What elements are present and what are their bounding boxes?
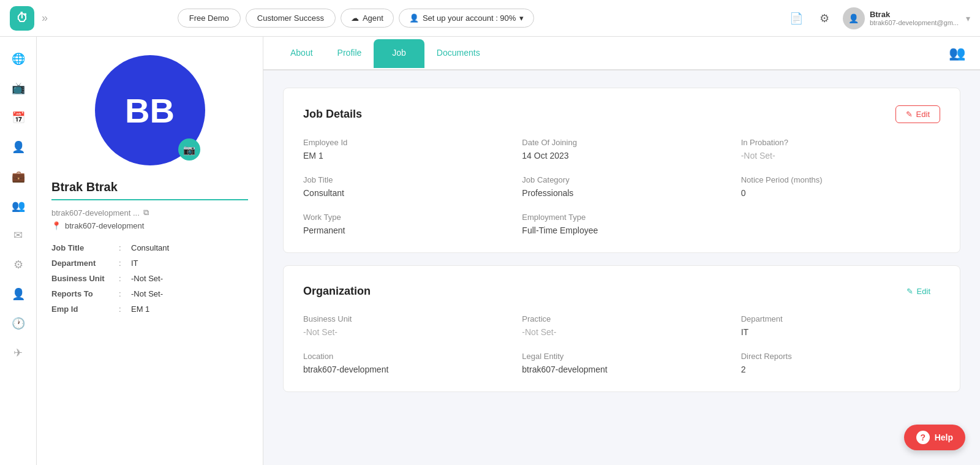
job-field-group: In Probation? -Not Set- (741, 138, 940, 161)
navbar-right: 📄 ⚙ 👤 Btrak btrak607-development@gm... ▾ (786, 7, 970, 29)
help-circle-icon: ? (916, 431, 930, 444)
agent-button[interactable]: ☁ Agent (341, 9, 394, 28)
info-colon: : (119, 286, 131, 301)
left-panel: BB 📷 Btrak Btrak btrak607-development ..… (37, 37, 263, 465)
organization-edit-button[interactable]: ✎ Edit (897, 283, 940, 300)
user-menu[interactable]: 👤 Btrak btrak607-development@gm... ▾ (843, 7, 970, 29)
avatar-initials: BB (125, 91, 175, 130)
employee-location: btrak607-development (65, 221, 144, 230)
content-area: Job Details ✎ Edit Employee Id EM 1 Date… (263, 70, 980, 422)
free-demo-button[interactable]: Free Demo (178, 9, 241, 28)
gear-icon[interactable]: ⚙ (815, 9, 834, 28)
sidebar-item-group[interactable]: 👥 (6, 194, 31, 218)
field-value: 0 (741, 188, 940, 198)
job-field-group: Date Of Joining 14 Oct 2023 (522, 138, 721, 161)
info-row: Department : IT (51, 255, 248, 271)
field-value: Professionals (522, 188, 721, 198)
customer-success-button[interactable]: Customer Success (246, 9, 336, 28)
org-edit-pencil-icon: ✎ (907, 287, 913, 296)
org-field-group: Location btrak607-development (303, 352, 502, 374)
field-label: In Probation? (741, 138, 940, 147)
info-colon: : (119, 271, 131, 286)
setup-dropdown-icon: ▾ (519, 13, 524, 23)
sidebar-item-tv[interactable]: 📺 (6, 76, 31, 100)
field-label: Department (741, 314, 940, 323)
info-label: Job Title (51, 240, 119, 255)
job-field-group: Job Title Consultant (303, 175, 502, 198)
field-label: Date Of Joining (522, 138, 721, 147)
job-field-group: Job Category Professionals (522, 175, 721, 198)
org-field-group: Practice -Not Set- (522, 314, 721, 337)
info-row: Business Unit : -Not Set- (51, 271, 248, 286)
field-value: btrak607-development (303, 365, 502, 374)
navbar: ⏱ » Free Demo Customer Success ☁ Agent 👤… (0, 0, 980, 37)
edit-pencil-icon: ✎ (906, 110, 913, 119)
employee-email: btrak607-development ... (51, 208, 140, 217)
info-row: Job Title : Consultant (51, 240, 248, 255)
location-pin-icon: 📍 (51, 221, 61, 230)
org-edit-label: Edit (917, 287, 930, 296)
employee-info-table: Job Title : Consultant Department : IT B… (51, 240, 248, 317)
sidebar-item-user[interactable]: 👤 (6, 135, 31, 159)
sidebar-item-mail[interactable]: ✉ (6, 223, 31, 248)
org-field-group: Direct Reports 2 (741, 352, 940, 374)
employee-name: Btrak Btrak (51, 180, 248, 200)
info-label: Department (51, 255, 119, 271)
setup-label: Set up your account : 90% (423, 13, 516, 23)
app-logo[interactable]: ⏱ (10, 6, 34, 31)
info-colon: : (119, 240, 131, 255)
sidebar-item-calendar[interactable]: 📅 (6, 105, 31, 130)
user-circle-icon: 👤 (409, 13, 419, 23)
camera-icon[interactable]: 📷 (178, 138, 200, 161)
field-label: Legal Entity (522, 352, 721, 361)
sidebar-item-send[interactable]: ✈ (6, 341, 31, 365)
field-label: Practice (522, 314, 721, 323)
employee-avatar: BB 📷 (95, 55, 205, 165)
user-email: btrak607-development@gm... (870, 19, 959, 26)
job-field-group: Notice Period (months) 0 (741, 175, 940, 198)
info-colon: : (119, 301, 131, 317)
sidebar-item-briefcase[interactable]: 💼 (6, 164, 31, 189)
job-field-group: Employment Type Full-Time Employee (522, 213, 721, 235)
info-value: -Not Set- (131, 271, 248, 286)
tab-profile[interactable]: Profile (325, 37, 374, 70)
field-value: 2 (741, 365, 940, 374)
org-field-group: Business Unit -Not Set- (303, 314, 502, 337)
sidebar-item-clock[interactable]: 🕐 (6, 311, 31, 336)
expand-icon[interactable]: » (42, 12, 48, 25)
organization-card: Organization ✎ Edit Business Unit -Not S… (283, 265, 960, 392)
job-details-card: Job Details ✎ Edit Employee Id EM 1 Date… (283, 88, 960, 253)
sidebar-item-globe[interactable]: 🌐 (6, 47, 31, 71)
field-label: Location (303, 352, 502, 361)
people-icon[interactable]: 👥 (949, 45, 965, 61)
organization-header: Organization ✎ Edit (303, 283, 940, 300)
help-button[interactable]: ? Help (904, 425, 965, 450)
help-label: Help (935, 433, 953, 442)
info-label: Business Unit (51, 271, 119, 286)
job-details-fields: Employee Id EM 1 Date Of Joining 14 Oct … (303, 138, 940, 235)
field-value: Consultant (303, 188, 502, 198)
setup-button[interactable]: 👤 Set up your account : 90% ▾ (399, 9, 534, 28)
organization-fields: Business Unit -Not Set- Practice -Not Se… (303, 314, 940, 374)
field-label: Employee Id (303, 138, 502, 147)
copy-icon[interactable]: ⧉ (143, 208, 149, 217)
field-label: Job Category (522, 175, 721, 184)
job-details-edit-button[interactable]: ✎ Edit (895, 105, 940, 123)
avatar: 👤 (843, 7, 865, 29)
tab-job[interactable]: Job (374, 39, 424, 68)
agent-label: Agent (363, 13, 383, 23)
info-colon: : (119, 255, 131, 271)
navbar-center: Free Demo Customer Success ☁ Agent 👤 Set… (178, 9, 535, 28)
tabs-bar: About Profile Job Documents 👥 (263, 37, 980, 70)
sidebar-item-person[interactable]: 👤 (6, 282, 31, 306)
tab-documents[interactable]: Documents (424, 37, 492, 70)
field-value: Full-Time Employee (522, 225, 721, 235)
field-label: Work Type (303, 213, 502, 222)
organization-title: Organization (303, 285, 371, 298)
field-label: Employment Type (522, 213, 721, 222)
info-value: Consultant (131, 240, 248, 255)
info-value: -Not Set- (131, 286, 248, 301)
tab-about[interactable]: About (278, 37, 325, 70)
sidebar-item-settings[interactable]: ⚙ (6, 252, 31, 277)
doc-icon[interactable]: 📄 (786, 9, 806, 28)
